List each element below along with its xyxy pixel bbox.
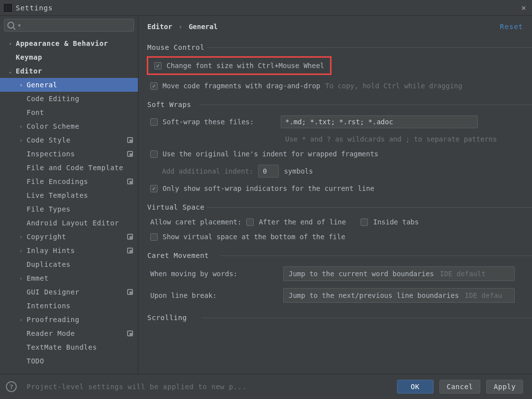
checkbox-after-eol[interactable] — [246, 218, 254, 226]
row-show-virtual-bottom: Show virtual space at the bottom of the … — [147, 233, 532, 241]
sidebar-item-android-layout-editor[interactable]: Android Layout Editor — [0, 216, 138, 230]
cancel-button[interactable]: Cancel — [439, 380, 481, 394]
checkbox-softwrap-files[interactable] — [150, 118, 158, 126]
label-only-current-line: Only show soft-wrap indicators for the c… — [163, 184, 374, 192]
sidebar-item-label: File Encodings — [27, 178, 124, 185]
sidebar-item-duplicates[interactable]: Duplicates — [0, 257, 138, 271]
sidebar-item-inlay-hints[interactable]: ›Inlay Hints — [0, 244, 138, 257]
content-scroll[interactable]: Editor › General Reset Mouse Control Cha… — [138, 16, 532, 374]
sidebar-item-code-style[interactable]: ›Code Style — [0, 133, 138, 147]
sidebar-item-appearance-behavior[interactable]: ›Appearance & Behavior — [0, 36, 138, 50]
checkbox-show-virtual-bottom[interactable] — [150, 233, 158, 241]
sidebar-item-keymap[interactable]: Keymap — [0, 50, 138, 64]
titlebar: Settings ✕ — [0, 0, 532, 16]
sidebar-item-label: Code Style — [27, 136, 124, 144]
input-softwrap-patterns[interactable] — [281, 115, 478, 128]
hint-moving-by-words: IDE default — [440, 270, 486, 278]
chevron-icon: › — [18, 124, 25, 129]
sidebar-item-file-types[interactable]: File Types — [0, 202, 138, 216]
label-line-break: Upon line break: — [150, 291, 278, 299]
chevron-icon: › — [18, 138, 25, 143]
checkbox-change-font-size[interactable] — [154, 62, 162, 70]
ok-button[interactable]: OK — [397, 380, 433, 394]
label-change-font-size: Change font size with Ctrl+Mouse Wheel — [166, 62, 324, 70]
sidebar-item-label: Color Scheme — [27, 122, 133, 130]
sidebar-item-label: Android Layout Editor — [27, 219, 133, 227]
sidebar-item-intentions[interactable]: Intentions — [0, 299, 138, 313]
label-moving-by-words: When moving by words: — [150, 270, 278, 278]
row-softwrap-files: Soft-wrap these files: — [147, 115, 532, 128]
checkbox-original-indent[interactable] — [150, 150, 158, 158]
breadcrumb-leaf: General — [189, 23, 218, 31]
label-caret-placement: Allow caret placement: — [150, 218, 241, 226]
label-symbols: symbols — [284, 167, 313, 175]
help-icon[interactable]: ? — [6, 381, 17, 392]
label-show-virtual-bottom: Show virtual space at the bottom of the … — [163, 233, 345, 241]
select-moving-by-words[interactable]: Jump to the current word boundaries IDE … — [283, 266, 515, 281]
settings-tree[interactable]: ›Appearance & BehaviorKeymap⌄Editor›Gene… — [0, 35, 138, 374]
sidebar-item-label: GUI Designer — [27, 288, 124, 296]
sidebar-item-file-encodings[interactable]: File Encodings — [0, 175, 138, 188]
sidebar-item-label: File and Code Template — [27, 164, 133, 172]
search-dropdown-icon[interactable]: ▾ — [17, 21, 21, 29]
project-scope-icon — [127, 248, 133, 254]
sidebar-item-file-and-code-template[interactable]: File and Code Template — [0, 161, 138, 175]
sidebar-item-copyright[interactable]: ›Copyright — [0, 230, 138, 244]
chevron-icon: › — [18, 82, 25, 88]
sidebar-item-label: Font — [27, 109, 133, 116]
sidebar-item-inspections[interactable]: Inspections — [0, 147, 138, 161]
footer: ? Project-level settings will be applied… — [0, 374, 532, 399]
input-additional-indent[interactable] — [258, 165, 279, 178]
hint-move-fragments: To copy, hold Ctrl while dragging — [325, 82, 462, 90]
sidebar-item-label: TODO — [27, 357, 133, 365]
label-inside-tabs: Inside tabs — [373, 218, 419, 226]
section-mouse-control: Mouse Control Change font size with Ctrl… — [147, 43, 532, 90]
sidebar-item-editor[interactable]: ⌄Editor — [0, 64, 138, 78]
project-scope-icon — [127, 151, 133, 157]
row-caret-placement: Allow caret placement: After the end of … — [147, 218, 532, 226]
footer-text: Project-level settings will be applied t… — [27, 383, 391, 391]
chevron-icon: › — [18, 248, 25, 254]
sidebar-item-proofreading[interactable]: ›Proofreading — [0, 313, 138, 326]
row-softwrap-hint: Use * and ? as wildcards and ; to separa… — [147, 135, 532, 143]
label-additional-indent: Add additional indent: — [162, 167, 253, 175]
sidebar-item-live-templates[interactable]: Live Templates — [0, 188, 138, 202]
checkbox-inside-tabs[interactable] — [361, 218, 368, 226]
checkbox-move-fragments[interactable] — [150, 82, 158, 90]
breadcrumb-root: Editor — [147, 23, 172, 31]
sidebar-item-label: Keymap — [16, 53, 133, 61]
row-only-current-line: Only show soft-wrap indicators for the c… — [147, 184, 532, 192]
label-after-eol: After the end of line — [259, 218, 346, 226]
label-original-indent: Use the original line's indent for wrapp… — [163, 150, 378, 158]
value-moving-by-words: Jump to the current word boundaries — [289, 270, 434, 278]
sidebar-item-reader-mode[interactable]: Reader Mode — [0, 326, 138, 340]
project-scope-icon — [127, 179, 133, 184]
reset-link[interactable]: Reset — [500, 23, 523, 31]
sidebar-item-emmet[interactable]: ›Emmet — [0, 271, 138, 285]
main: ▾ ›Appearance & BehaviorKeymap⌄Editor›Ge… — [0, 16, 532, 374]
search-wrap: ▾ — [0, 16, 138, 35]
sidebar-item-todo[interactable]: TODO — [0, 354, 138, 368]
sidebar-item-gui-designer[interactable]: GUI Designer — [0, 285, 138, 299]
sidebar-item-label: Duplicates — [27, 260, 133, 268]
sidebar-item-general[interactable]: ›General — [0, 78, 138, 92]
apply-button[interactable]: Apply — [486, 380, 523, 394]
sidebar-item-font[interactable]: Font — [0, 106, 138, 119]
search-input[interactable]: ▾ — [4, 19, 134, 32]
project-scope-icon — [127, 234, 133, 240]
sidebar-item-label: TextMate Bundles — [27, 343, 133, 351]
sidebar-item-label: Live Templates — [27, 191, 133, 199]
select-line-break[interactable]: Jump to the next/previous line boundarie… — [283, 288, 515, 303]
search-icon — [7, 22, 14, 29]
sidebar-item-color-scheme[interactable]: ›Color Scheme — [0, 119, 138, 133]
sidebar-item-textmate-bundles[interactable]: TextMate Bundles — [0, 340, 138, 354]
highlight-change-font: Change font size with Ctrl+Mouse Wheel — [147, 56, 332, 75]
sidebar-item-label: File Types — [27, 205, 133, 213]
sidebar-item-code-editing[interactable]: Code Editing — [0, 92, 138, 106]
chevron-icon: › — [18, 276, 25, 281]
content-pane: Editor › General Reset Mouse Control Cha… — [138, 16, 532, 374]
checkbox-only-current-line[interactable] — [150, 185, 158, 192]
section-title-softwraps: Soft Wraps — [147, 101, 532, 109]
sidebar-item-label: Copyright — [27, 233, 124, 241]
close-icon[interactable]: ✕ — [518, 2, 529, 13]
